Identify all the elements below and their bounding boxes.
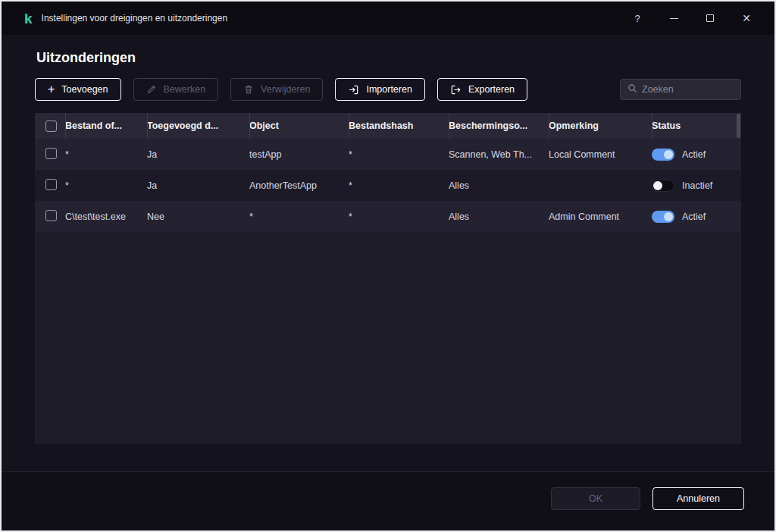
cell-added: Nee	[147, 211, 249, 222]
status-toggle[interactable]	[652, 149, 674, 161]
cell-added: Ja	[147, 180, 249, 191]
window-title: Instellingen voor dreigingen en uitzonde…	[42, 13, 228, 23]
minimize-icon	[670, 18, 678, 19]
maximize-icon	[706, 14, 714, 22]
footer: OK Annuleren	[2, 471, 774, 530]
delete-button-label: Verwijderen	[261, 84, 310, 95]
close-icon: ✕	[742, 12, 751, 24]
cell-file: *	[65, 180, 147, 191]
column-header-hash[interactable]: Bestandshash	[349, 113, 449, 139]
help-icon: ?	[634, 13, 640, 24]
column-header-added[interactable]: Toegevoegd d...	[147, 113, 249, 139]
import-icon	[348, 84, 359, 95]
cell-hash: *	[349, 211, 449, 222]
row-checkbox[interactable]	[45, 210, 57, 221]
status-label: Inactief	[682, 180, 712, 191]
search-icon	[627, 83, 637, 96]
kaspersky-logo-icon: k	[24, 11, 33, 26]
delete-button[interactable]: Verwijderen	[230, 78, 323, 101]
cell-comment: Local Comment	[549, 149, 652, 160]
status-toggle[interactable]	[652, 180, 674, 192]
maximize-button[interactable]	[697, 7, 723, 30]
main-content: Uitzonderingen + Toevoegen Bewerken Verw…	[2, 35, 774, 471]
cell-object: *	[249, 211, 349, 222]
row-checkbox[interactable]	[45, 148, 57, 159]
cell-status: Actief	[652, 149, 741, 161]
cell-object: AnotherTestApp	[249, 180, 349, 191]
add-button-label: Toevoegen	[61, 84, 108, 95]
toggle-knob	[653, 181, 662, 190]
table-row[interactable]: * Ja testApp * Scannen, Web Th... Local …	[35, 139, 741, 170]
export-icon	[450, 84, 462, 95]
export-button[interactable]: Exporteren	[437, 78, 527, 101]
trash-icon	[243, 84, 254, 95]
search-box[interactable]	[620, 79, 741, 100]
import-button[interactable]: Importeren	[335, 78, 424, 101]
toggle-knob	[664, 150, 673, 159]
minimize-button[interactable]	[661, 7, 687, 30]
status-label: Actief	[682, 149, 706, 160]
select-all-cell	[35, 113, 65, 139]
toggle-knob	[664, 212, 673, 221]
column-header-status[interactable]: Status	[652, 113, 741, 139]
cell-status: Actief	[652, 211, 741, 223]
toolbar: + Toevoegen Bewerken Verwijderen Import	[35, 78, 741, 101]
cell-hash: *	[349, 180, 449, 191]
pencil-icon	[146, 84, 157, 95]
help-button[interactable]: ?	[624, 7, 650, 30]
edit-button-label: Bewerken	[164, 84, 206, 95]
settings-window: k Instellingen voor dreigingen en uitzon…	[0, 0, 776, 532]
exclusions-table: Bestand of... Toegevoegd d... Object Bes…	[35, 113, 741, 444]
scrollbar-thumb[interactable]	[737, 114, 740, 138]
cell-object: testApp	[249, 149, 349, 160]
cancel-button[interactable]: Annuleren	[652, 487, 744, 510]
titlebar: k Instellingen voor dreigingen en uitzon…	[2, 2, 774, 35]
ok-button[interactable]: OK	[551, 487, 640, 510]
row-checkbox[interactable]	[45, 179, 57, 190]
search-input[interactable]	[642, 84, 734, 95]
cell-status: Inactief	[652, 180, 741, 192]
cell-protection: Scannen, Web Th...	[449, 149, 549, 160]
status-toggle[interactable]	[652, 211, 674, 223]
page-title: Uitzonderingen	[36, 50, 741, 66]
cell-hash: *	[349, 149, 449, 160]
cell-protection: Alles	[449, 180, 549, 191]
close-button[interactable]: ✕	[734, 7, 759, 30]
edit-button[interactable]: Bewerken	[133, 78, 219, 101]
status-label: Actief	[682, 211, 706, 222]
cell-file: *	[65, 149, 147, 160]
column-header-file[interactable]: Bestand of...	[65, 113, 147, 139]
table-row[interactable]: * Ja AnotherTestApp * Alles Inactief	[35, 170, 741, 201]
add-button[interactable]: + Toevoegen	[35, 78, 121, 101]
cell-file: C\test\test.exe	[65, 211, 147, 222]
cell-protection: Alles	[449, 211, 549, 222]
select-all-checkbox[interactable]	[45, 120, 57, 132]
plus-icon: +	[48, 83, 55, 95]
table-row[interactable]: C\test\test.exe Nee * * Alles Admin Comm…	[35, 201, 741, 232]
table-header: Bestand of... Toegevoegd d... Object Bes…	[35, 113, 741, 139]
column-header-object[interactable]: Object	[249, 113, 349, 139]
table-empty-area	[35, 232, 741, 444]
column-header-protection[interactable]: Beschermingso...	[449, 113, 549, 139]
cell-added: Ja	[147, 149, 249, 160]
import-button-label: Importeren	[366, 84, 411, 95]
column-header-comment[interactable]: Opmerking	[549, 113, 652, 139]
export-button-label: Exporteren	[468, 84, 515, 95]
cell-comment: Admin Comment	[549, 211, 652, 222]
